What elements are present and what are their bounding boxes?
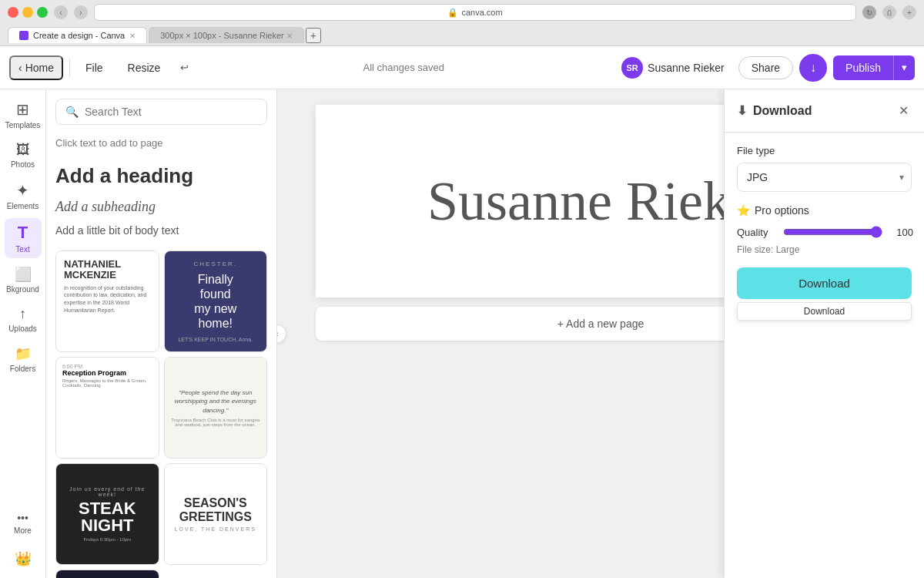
browser-tab-canva-create[interactable]: Create a design - Canva ✕ xyxy=(8,27,147,43)
template-steak-title: STEAKNIGHT xyxy=(79,500,136,534)
new-tab-button[interactable]: + xyxy=(306,28,321,43)
search-bar: 🔍 xyxy=(46,89,276,134)
left-panel: 🔍 Click text to add to page Add a headin… xyxy=(46,89,277,578)
browser-tab-canva-design[interactable]: 300px × 100px - Susanne Rieker ✕ xyxy=(149,27,304,43)
tab-favicon-canva xyxy=(19,31,28,40)
browser-refresh-btn[interactable]: ↻ xyxy=(862,5,876,19)
template-steak-sub: Join us every end of the week! xyxy=(64,486,151,497)
user-name: Susanne Rieker xyxy=(648,62,725,74)
template-nathaniel-text: In recognition of your outstanding contr… xyxy=(64,284,151,314)
sidebar-label-photos: Photos xyxy=(11,160,35,169)
template-seasons-content: SEASON'SGREETINGS LOVE, THE DENVERS xyxy=(165,464,267,564)
tab-label-create: Create a design - Canva xyxy=(33,31,125,40)
browser-max-btn[interactable] xyxy=(37,7,48,18)
template-card-seasons[interactable]: SEASON'SGREETINGS LOVE, THE DENVERS xyxy=(164,463,268,565)
search-icon: 🔍 xyxy=(65,106,79,118)
canva-header: ‹ Home File Resize ↩ All changes saved S… xyxy=(0,46,924,89)
sidebar-item-uploads[interactable]: ↑ Uploads xyxy=(5,301,42,338)
browser-back-btn[interactable]: ‹ xyxy=(54,5,68,19)
sidebar-item-text[interactable]: T Text xyxy=(5,218,42,258)
user-avatar: SR xyxy=(621,57,643,79)
collapse-panel-button[interactable]: ‹ xyxy=(277,324,286,343)
more-icon: ••• xyxy=(17,512,28,524)
sidebar-item-templates[interactable]: ⊞ Templates xyxy=(5,96,42,134)
folders-icon: 📁 xyxy=(15,345,32,362)
browser-forward-btn[interactable]: › xyxy=(74,5,88,19)
file-size-info: File size: Large xyxy=(737,244,912,255)
template-steak-content: Join us every end of the week! STEAKNIGH… xyxy=(56,464,159,564)
template-reception-text: Rogers, Messages to the Bride & Groom, C… xyxy=(62,378,152,388)
search-input[interactable] xyxy=(85,106,257,118)
canvas-area: ‹ Susanne Rieker + Add a new page 298% ⊞… xyxy=(277,89,924,578)
template-people-credit: Tropicana Beach Club is a must for sangr… xyxy=(171,418,261,427)
share-button[interactable]: Share xyxy=(738,56,793,79)
pro-star-icon: ⭐ xyxy=(737,204,750,217)
add-subheading-button[interactable]: Add a subheading xyxy=(55,194,267,220)
quality-row: Quality 100 xyxy=(737,226,912,238)
photos-icon: 🖼 xyxy=(16,142,30,158)
browser-share-ext-btn[interactable]: ⎙ xyxy=(882,5,896,19)
browser-add-btn[interactable]: + xyxy=(902,5,916,19)
download-button[interactable]: ↓ xyxy=(799,54,827,82)
download-panel-header: ⬇ Download ✕ xyxy=(725,89,924,133)
chevron-left-icon: ‹ xyxy=(18,62,22,74)
templates-grid: NATHANIELMCKENZIE In recognition of your… xyxy=(46,241,276,578)
download-tooltip: Download xyxy=(737,302,912,321)
template-reception-content: 6:00 PM Reception Program Rogers, Messag… xyxy=(56,358,159,458)
elements-icon: ✦ xyxy=(16,181,29,200)
download-action-button[interactable]: Download xyxy=(737,267,912,299)
sidebar-item-elements[interactable]: ✦ Elements xyxy=(5,176,42,215)
sidebar-item-photos[interactable]: 🖼 Photos xyxy=(5,137,42,173)
quality-slider[interactable] xyxy=(783,226,882,238)
publish-button[interactable]: Publish xyxy=(833,55,893,80)
sidebar-icons: ⊞ Templates 🖼 Photos ✦ Elements T Text ⬜… xyxy=(0,89,46,578)
template-finally-sub: CHESTER. xyxy=(194,260,237,267)
sidebar-label-folders: Folders xyxy=(10,365,35,373)
template-finally-title: Finallyfoundmy newhome! xyxy=(194,272,236,331)
file-button[interactable]: File xyxy=(76,57,112,79)
browser-min-btn[interactable] xyxy=(22,7,33,18)
sidebar-item-more[interactable]: ••• More xyxy=(5,507,42,539)
template-seasons-title: SEASON'SGREETINGS xyxy=(179,496,252,523)
text-icon: T xyxy=(18,223,28,243)
template-nathaniel-name: NATHANIELMCKENZIE xyxy=(64,259,121,281)
template-card-nathaniel[interactable]: NATHANIELMCKENZIE In recognition of your… xyxy=(55,250,159,352)
template-card-finally[interactable]: CHESTER. Finallyfoundmy newhome! LET'S K… xyxy=(164,250,268,352)
template-cheers-content: CHEERS TO it's my birthday IT'S TIME TO xyxy=(56,570,159,578)
file-type-select[interactable]: JPG PNG PDF Standard PDF Print SVG MP4 V… xyxy=(737,163,912,192)
add-heading-button[interactable]: Add a heading xyxy=(55,158,267,194)
tab-close-create[interactable]: ✕ xyxy=(129,32,136,40)
undo-button[interactable]: ↩ xyxy=(176,57,193,78)
download-icon: ↓ xyxy=(810,61,816,75)
sidebar-item-background[interactable]: ⬜ Bkground xyxy=(5,261,42,298)
pro-options-label: Pro options xyxy=(755,204,809,217)
sidebar-label-templates: Templates xyxy=(5,121,41,129)
template-finally-footer: LET'S KEEP IN TOUCH, Anna. xyxy=(178,337,253,342)
sidebar-label-text: Text xyxy=(15,245,29,254)
download-panel: ⬇ Download ✕ File type JPG PNG PDF Stand… xyxy=(724,89,924,578)
template-card-people[interactable]: "People spend the day sun worshipping an… xyxy=(164,357,268,459)
uploads-icon: ↑ xyxy=(19,306,26,322)
lock-icon: 🔒 xyxy=(447,8,458,18)
template-card-steak[interactable]: Join us every end of the week! STEAKNIGH… xyxy=(55,463,159,565)
template-people-quote: "People spend the day sun worshipping an… xyxy=(171,388,261,415)
browser-close-btn[interactable] xyxy=(8,7,18,18)
sidebar-item-folders[interactable]: 📁 Folders xyxy=(5,341,42,378)
download-close-button[interactable]: ✕ xyxy=(896,100,912,121)
download-title-text: Download xyxy=(753,104,812,118)
address-bar[interactable]: 🔒 canva.com xyxy=(94,4,856,21)
template-card-cheers[interactable]: CHEERS TO it's my birthday IT'S TIME TO xyxy=(55,570,159,578)
quality-label: Quality xyxy=(737,227,775,238)
home-button[interactable]: ‹ Home xyxy=(9,55,63,80)
user-profile[interactable]: SR Susanne Rieker xyxy=(614,54,732,82)
search-wrapper[interactable]: 🔍 xyxy=(55,99,267,125)
publish-dropdown-button[interactable]: ▾ xyxy=(893,55,915,80)
resize-button[interactable]: Resize xyxy=(119,57,170,79)
template-nathaniel-content: NATHANIELMCKENZIE In recognition of your… xyxy=(56,251,159,351)
download-panel-body: File type JPG PNG PDF Standard PDF Print… xyxy=(725,133,924,578)
add-body-button[interactable]: Add a little bit of body text xyxy=(55,220,267,241)
template-card-reception[interactable]: 6:00 PM Reception Program Rogers, Messag… xyxy=(55,357,159,459)
download-panel-title: ⬇ Download xyxy=(737,103,812,118)
sidebar-item-crown[interactable]: 👑 xyxy=(5,546,42,572)
tab-close-design[interactable]: ✕ xyxy=(286,32,293,40)
